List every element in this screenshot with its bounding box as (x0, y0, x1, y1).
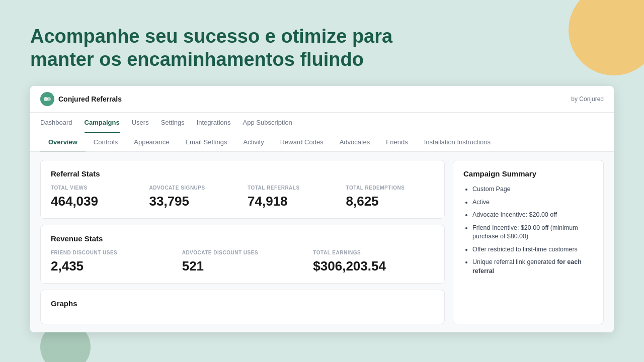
sub-nav-controls[interactable]: Controls (86, 133, 126, 152)
stat-friend-discount-value: 2,435 (51, 258, 172, 274)
nav-item-users[interactable]: Users (132, 113, 149, 133)
stat-advocate-discount-uses: ADVOCATE DISCOUNT USES 521 (182, 250, 303, 274)
sub-nav-advocates[interactable]: Advocates (332, 133, 378, 152)
page-headline: Acompanhe seu sucesso e otimize para man… (30, 25, 463, 71)
stat-total-earnings-value: $306,203.54 (313, 258, 434, 274)
left-column: Referral Stats TOTAL VIEWS 464,039 ADVOC… (40, 160, 445, 324)
stat-total-views-label: TOTAL VIEWS (51, 185, 139, 191)
stat-friend-discount-uses: FRIEND DISCOUNT USES 2,435 (51, 250, 172, 274)
app-window: Conjured Referrals by Conjured Dashboard… (30, 86, 614, 332)
app-header: Conjured Referrals by Conjured (30, 86, 614, 113)
nav-item-campaigns[interactable]: Campaigns (85, 113, 120, 133)
nav-item-integrations[interactable]: Integrations (197, 113, 231, 133)
content-area: Referral Stats TOTAL VIEWS 464,039 ADVOC… (30, 152, 614, 332)
summary-item-advocate-incentive: Advocate Incentive: $20.00 off (472, 211, 593, 220)
campaign-summary-title: Campaign Summary (463, 169, 593, 178)
nav-item-settings[interactable]: Settings (161, 113, 185, 133)
revenue-stats-card: Revenue Stats FRIEND DISCOUNT USES 2,435… (40, 225, 445, 284)
stat-total-referrals-value: 74,918 (248, 194, 336, 209)
referral-stats-card: Referral Stats TOTAL VIEWS 464,039 ADVOC… (40, 160, 445, 219)
svg-point-1 (47, 97, 51, 101)
stat-total-redemptions: TOTAL REDEMPTIONS 8,625 (346, 185, 435, 209)
campaign-summary-card: Campaign Summary Custom Page Active Advo… (453, 160, 604, 324)
bold-for-each-referral: for each referral (472, 258, 582, 275)
stat-advocate-discount-label: ADVOCATE DISCOUNT USES (182, 250, 303, 255)
stat-total-redemptions-value: 8,625 (346, 194, 435, 209)
sub-nav: Overview Controls Appearance Email Setti… (30, 133, 614, 152)
right-column: Campaign Summary Custom Page Active Advo… (453, 160, 604, 324)
sub-nav-appearance[interactable]: Appearance (126, 133, 177, 152)
summary-item-custom-page: Custom Page (472, 185, 593, 194)
sub-nav-reward-codes[interactable]: Reward Codes (272, 133, 332, 152)
stat-total-views-value: 464,039 (51, 194, 139, 209)
stat-total-referrals-label: TOTAL REFERRALS (248, 185, 336, 191)
revenue-stats-grid: FRIEND DISCOUNT USES 2,435 ADVOCATE DISC… (51, 250, 434, 274)
stat-advocate-signups: ADVOCATE SIGNUPS 33,795 (149, 185, 238, 209)
stat-total-referrals: TOTAL REFERRALS 74,918 (248, 185, 336, 209)
nav-item-dashboard[interactable]: Dashboard (40, 113, 72, 133)
stat-advocate-signups-label: ADVOCATE SIGNUPS (149, 185, 238, 191)
stat-total-views: TOTAL VIEWS 464,039 (51, 185, 139, 209)
logo-icon (40, 92, 54, 106)
sub-nav-overview[interactable]: Overview (40, 133, 86, 152)
by-conjured: by Conjured (571, 96, 604, 103)
campaign-summary-list: Custom Page Active Advocate Incentive: $… (463, 185, 593, 276)
revenue-stats-title: Revenue Stats (51, 234, 434, 243)
app-logo: Conjured Referrals (40, 92, 122, 106)
main-nav: Dashboard Campaigns Users Settings Integ… (30, 113, 614, 133)
sub-nav-activity[interactable]: Activity (235, 133, 272, 152)
sub-nav-installation-instructions[interactable]: Installation Instructions (416, 133, 499, 152)
summary-item-friend-incentive: Friend Incentive: $20.00 off (minimum pu… (472, 224, 593, 241)
sub-nav-friends[interactable]: Friends (378, 133, 416, 152)
stat-total-earnings: TOTAL EARNINGS $306,203.54 (313, 250, 434, 274)
referral-stats-grid: TOTAL VIEWS 464,039 ADVOCATE SIGNUPS 33,… (51, 185, 434, 209)
app-name: Conjured Referrals (58, 95, 122, 103)
referral-stats-title: Referral Stats (51, 169, 434, 178)
nav-item-app-subscription[interactable]: App Subscription (243, 113, 292, 133)
stat-total-earnings-label: TOTAL EARNINGS (313, 250, 434, 255)
summary-item-active: Active (472, 198, 593, 207)
summary-item-first-time: Offer restricted to first-time customers (472, 245, 593, 254)
stat-advocate-discount-value: 521 (182, 258, 303, 274)
stat-advocate-signups-value: 33,795 (149, 194, 238, 209)
stat-total-redemptions-label: TOTAL REDEMPTIONS (346, 185, 435, 191)
graphs-card: Graphs (40, 290, 445, 324)
graphs-title: Graphs (51, 299, 434, 308)
sub-nav-email-settings[interactable]: Email Settings (177, 133, 235, 152)
stat-friend-discount-label: FRIEND DISCOUNT USES (51, 250, 172, 255)
summary-item-unique-referral: Unique referral link generated for each … (472, 258, 593, 276)
